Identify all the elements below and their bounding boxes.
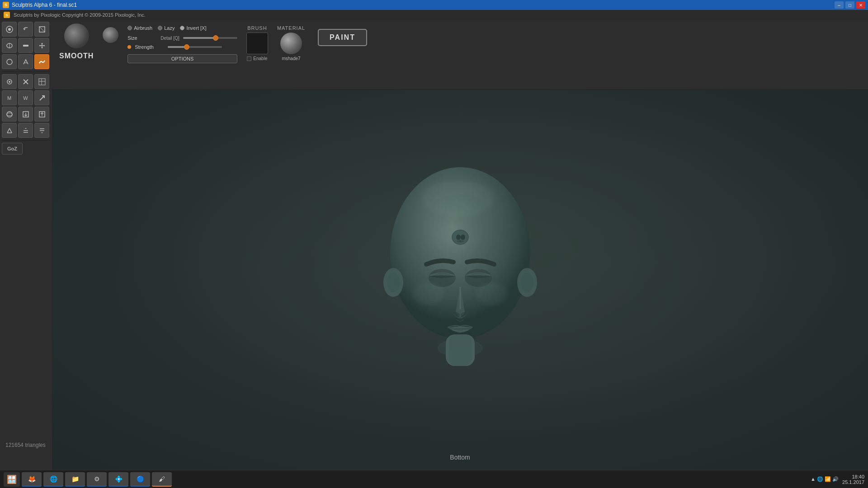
lazy-checkbox[interactable]: Lazy (158, 25, 175, 31)
strength-dot (127, 45, 131, 49)
tool-import[interactable] (18, 107, 33, 122)
taskbar-sculptris[interactable]: 🖌 (152, 472, 172, 487)
head-model (374, 154, 546, 407)
tool-m[interactable]: M (2, 90, 17, 105)
clock-date: 25.1.2017 (842, 479, 864, 485)
tool-move[interactable] (34, 38, 49, 53)
tool-sphere[interactable] (2, 107, 17, 122)
tool-undo[interactable] (18, 22, 33, 37)
maximize-button[interactable]: □ (845, 1, 854, 9)
options-button[interactable]: OPTIONS (127, 54, 237, 63)
tool-subdivide[interactable] (2, 123, 17, 138)
size-slider-fill (183, 37, 216, 39)
svg-rect-6 (23, 45, 28, 47)
app-company-label: Sculptris by Pixologic Copyright © 2009-… (14, 12, 146, 18)
taskbar-firefox[interactable]: 🦊 (22, 472, 42, 487)
strength-label: Strength (135, 44, 164, 50)
taskbar-right: ▲ 🌐 📶 🔊 18:40 25.1.2017 (811, 474, 864, 485)
svg-rect-30 (459, 240, 461, 242)
svg-point-7 (7, 59, 12, 65)
taskbar-icons: ▲ 🌐 📶 🔊 (811, 476, 839, 482)
material-name-label: mshade7 (282, 56, 300, 61)
start-button[interactable]: 🪟 (4, 472, 20, 487)
tool-draw[interactable] (2, 22, 17, 37)
airbrush-checkbox[interactable]: Airbrush (127, 25, 152, 31)
secondary-sphere-area (103, 23, 118, 43)
tool-topology[interactable] (34, 74, 49, 89)
airbrush-label: Airbrush (134, 25, 152, 31)
taskbar-files[interactable]: 📁 (65, 472, 85, 487)
tool-row-7 (2, 123, 50, 138)
taskbar-app5[interactable]: 💠 (108, 472, 128, 487)
tool-row-6 (2, 107, 50, 122)
tool-w[interactable]: W (18, 90, 33, 105)
taskbar-app6[interactable]: 🔵 (130, 472, 150, 487)
svg-point-10 (9, 81, 10, 83)
invert-label: Invert [X] (186, 25, 206, 31)
app-header: S Sculptris by Pixologic Copyright © 200… (0, 10, 868, 20)
svg-point-45 (413, 282, 444, 305)
taskbar: 🪟 🦊 🌐 📁 ⚙ 💠 🔵 🖌 ▲ 🌐 📶 🔊 18:40 25.1.2017 (0, 470, 868, 488)
svg-rect-31 (458, 240, 459, 241)
brush-section: BRUSH Enable (246, 23, 268, 61)
content-area: M W (0, 20, 868, 470)
secondary-sphere (103, 27, 118, 43)
tool-smooth[interactable] (34, 54, 49, 69)
options-row: Airbrush Lazy Invert [X] Size Detail [Q] (127, 23, 237, 63)
tool-flatten[interactable] (18, 38, 33, 53)
svg-rect-13 (39, 79, 45, 85)
close-button[interactable]: ✕ (856, 1, 865, 9)
tool-arrow[interactable] (34, 90, 49, 105)
material-section: MATERIAL mshade7 (277, 23, 305, 61)
title-bar-title: Sculptris Alpha 6 - final.sc1 (12, 2, 77, 8)
material-sphere[interactable] (280, 33, 302, 54)
paint-button[interactable]: PAINT (318, 29, 367, 46)
taskbar-app4[interactable]: ⚙ (87, 472, 107, 487)
strength-slider-thumb[interactable] (184, 44, 189, 50)
goz-button[interactable]: GoZ (2, 143, 23, 155)
size-slider-thumb[interactable] (213, 35, 218, 41)
taskbar-chrome[interactable]: 🌐 (43, 472, 63, 487)
tool-inc-detail[interactable] (34, 123, 49, 138)
tool-row-5: M W (2, 90, 50, 105)
invert-checkbox[interactable]: Invert [X] (180, 25, 206, 31)
brush-label: SMOOTH (59, 52, 94, 60)
title-bar-left: S Sculptris Alpha 6 - final.sc1 (3, 2, 77, 8)
brush-sphere-preview (64, 23, 89, 48)
enable-checkbox[interactable] (247, 56, 251, 61)
strength-slider[interactable] (168, 46, 222, 48)
svg-point-40 (387, 272, 400, 292)
svg-point-35 (452, 312, 460, 318)
enable-label: Enable (253, 56, 267, 61)
size-label: Size (127, 35, 157, 41)
left-toolbar: M W (0, 20, 52, 470)
sliders-area: Size Detail [Q] Strength (127, 33, 237, 50)
app-icon: S (3, 2, 9, 8)
svg-point-36 (461, 312, 469, 318)
svg-point-16 (7, 112, 12, 117)
minimize-button[interactable]: – (835, 1, 844, 9)
tool-export[interactable] (34, 107, 49, 122)
tool-mask[interactable] (18, 74, 33, 89)
svg-point-1 (8, 28, 11, 31)
tool-crease[interactable] (2, 74, 17, 89)
checkboxes-row: Airbrush Lazy Invert [X] (127, 25, 237, 31)
clock: 18:40 25.1.2017 (842, 474, 864, 485)
lazy-label: Lazy (164, 25, 175, 31)
detail-label: Detail [Q] (160, 36, 179, 41)
tool-row-goz: GoZ (2, 143, 50, 155)
tool-dec-detail[interactable] (18, 123, 33, 138)
tool-inflate[interactable] (2, 38, 17, 53)
svg-point-29 (461, 235, 465, 240)
window-controls: – □ ✕ (835, 1, 865, 9)
app-logo-icon: S (4, 12, 10, 18)
tool-pinch[interactable] (18, 54, 33, 69)
tool-scale[interactable] (34, 22, 49, 37)
brush-preview-square[interactable] (246, 33, 268, 54)
viewport[interactable]: Bottom (52, 90, 868, 470)
bottom-label: Bottom (450, 454, 470, 461)
brush-title-label: BRUSH (247, 25, 267, 31)
svg-rect-44 (449, 334, 472, 366)
size-slider[interactable] (183, 37, 237, 39)
tool-rotate[interactable] (2, 54, 17, 69)
